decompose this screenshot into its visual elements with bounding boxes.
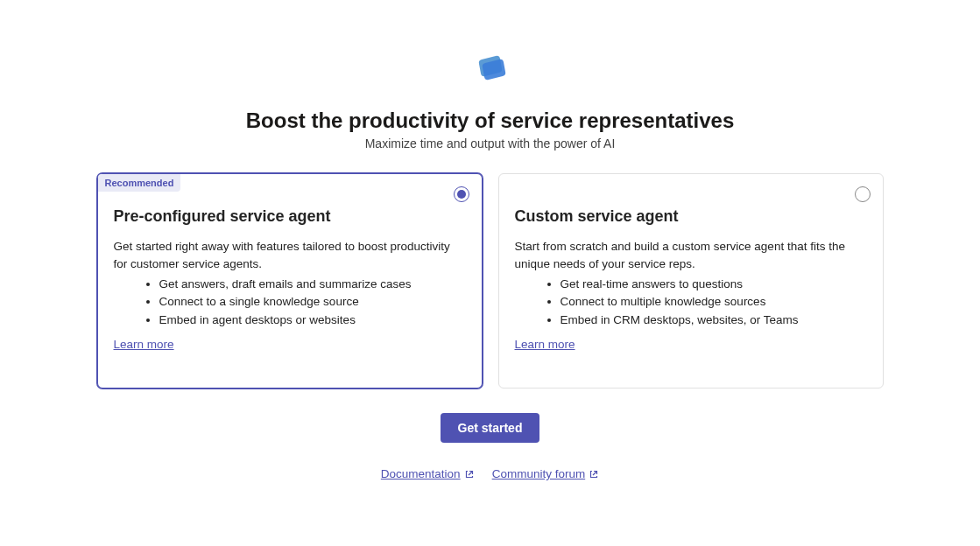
external-link-icon (589, 469, 599, 480)
bullet-item: Embed in agent desktops or websites (159, 312, 466, 329)
external-link-icon (464, 469, 475, 480)
option-card-preconfigured[interactable]: Recommended Pre-configured service agent… (97, 173, 483, 388)
card-title: Pre-configured service agent (114, 207, 466, 226)
link-label: Documentation (381, 467, 461, 480)
card-bullets: Get answers, draft emails and summarize … (114, 276, 466, 329)
footer-links: Documentation Community forum (381, 467, 599, 480)
bullet-item: Connect to multiple knowledge sources (561, 293, 867, 311)
get-started-button[interactable]: Get started (441, 413, 540, 443)
recommended-badge: Recommended (98, 174, 181, 192)
bullet-item: Get real-time answers to questions (561, 276, 867, 293)
card-bullets: Get real-time answers to questions Conne… (515, 276, 867, 329)
option-cards: Recommended Pre-configured service agent… (97, 173, 884, 388)
documentation-link[interactable]: Documentation (381, 467, 475, 480)
option-card-custom[interactable]: Custom service agent Start from scratch … (498, 173, 884, 388)
radio-custom[interactable] (855, 186, 871, 202)
card-description: Start from scratch and build a custom se… (515, 238, 867, 272)
page-container: Boost the productivity of service repres… (0, 0, 980, 480)
radio-dot-icon (457, 190, 466, 199)
learn-more-link[interactable]: Learn more (114, 338, 174, 351)
bullet-item: Connect to a single knowledge source (159, 293, 466, 311)
card-description: Get started right away with features tai… (114, 238, 466, 272)
bullet-item: Embed in CRM desktops, websites, or Team… (561, 312, 867, 329)
card-title: Custom service agent (515, 207, 867, 226)
copilot-logo-icon (469, 47, 511, 93)
bullet-item: Get answers, draft emails and summarize … (159, 276, 466, 293)
community-forum-link[interactable]: Community forum (492, 467, 600, 480)
link-label: Community forum (492, 467, 586, 480)
page-title: Boost the productivity of service repres… (246, 108, 735, 133)
radio-preconfigured[interactable] (454, 186, 469, 202)
learn-more-link[interactable]: Learn more (515, 338, 575, 351)
page-subtitle: Maximize time and output with the power … (365, 136, 616, 150)
